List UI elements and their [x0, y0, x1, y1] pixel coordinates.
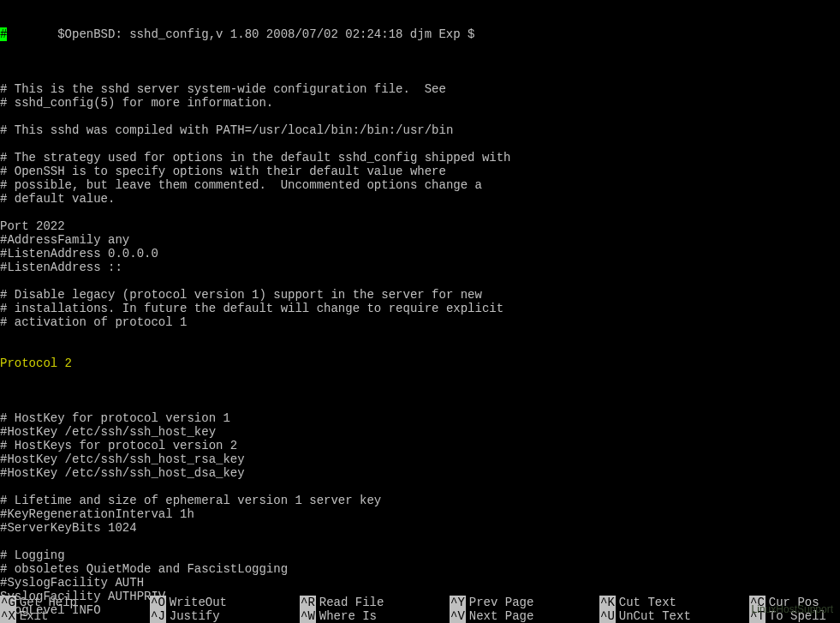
shortcut-key: ^G [0, 596, 16, 609]
config-line [0, 137, 840, 151]
config-line [0, 206, 840, 219]
config-line: #HostKey /etc/ssh/ssh_host_key [0, 425, 840, 439]
shortcut-key: ^C [749, 596, 766, 609]
shortcut-get-help[interactable]: ^G Get Help [0, 596, 150, 609]
shortcut-key: ^K [599, 596, 616, 609]
shortcut-label: Cut Text [619, 596, 676, 609]
shortcut-prev-page[interactable]: ^Y Prev Page [450, 596, 599, 609]
config-line: Port 2022 [0, 219, 840, 233]
shortcut-next-page[interactable]: ^V Next Page [450, 609, 599, 623]
config-line: #SyslogFacility AUTH [0, 576, 840, 590]
config-line: # The strategy used for options in the d… [0, 151, 840, 165]
config-line: #ListenAddress 0.0.0.0 [0, 247, 840, 261]
header-text: $OpenBSD: sshd_config,v 1.80 2008/07/02 … [7, 27, 474, 41]
shortcut-label: UnCut Text [619, 609, 691, 623]
config-line: # default value. [0, 192, 840, 206]
shortcut-read-file[interactable]: ^R Read File [300, 596, 450, 609]
config-line: # sshd_config(5) for more information. [0, 96, 840, 110]
config-line [0, 69, 840, 82]
shortcut-key: ^R [300, 596, 316, 609]
config-line [0, 110, 840, 123]
config-line: # installations. In future the default w… [0, 302, 840, 315]
shortcut-writeout[interactable]: ^O WriteOut [150, 596, 300, 609]
shortcut-label: To Spell [769, 609, 826, 623]
config-line [0, 535, 840, 548]
file-header-line: # $OpenBSD: sshd_config,v 1.80 2008/07/0… [0, 27, 840, 41]
config-line: #HostKey /etc/ssh/ssh_host_dsa_key [0, 466, 840, 480]
config-line: # Lifetime and size of ephemeral version… [0, 494, 840, 507]
shortcut-uncut-text[interactable]: ^U UnCut Text [599, 609, 749, 623]
config-line: # HostKey for protocol version 1 [0, 411, 840, 425]
shortcut-key: ^Y [450, 596, 466, 609]
shortcut-label: Justify [170, 609, 220, 623]
config-line: #AddressFamily any [0, 233, 840, 247]
config-line: #HostKey /etc/ssh/ssh_host_rsa_key [0, 452, 840, 466]
shortcut-justify[interactable]: ^J Justify [150, 609, 300, 623]
shortcut-key: ^V [450, 609, 466, 623]
config-line: # OpenSSH is to specify options with the… [0, 165, 840, 178]
config-line: # This sshd was compiled with PATH=/usr/… [0, 123, 840, 137]
shortcut-where-is[interactable]: ^W Where Is [300, 609, 450, 623]
shortcut-label: Read File [319, 596, 384, 609]
config-line: #ServerKeyBits 1024 [0, 521, 840, 535]
shortcut-label: WriteOut [170, 596, 227, 609]
shortcut-row-2: ^X Exit^J Justify^W Where Is^V Next Page… [0, 609, 840, 623]
shortcut-label: Next Page [469, 609, 534, 623]
shortcut-cut-text[interactable]: ^K Cut Text [599, 596, 749, 609]
config-line: #ListenAddress :: [0, 261, 840, 274]
config-line: # Logging [0, 548, 840, 562]
shortcut-to-spell[interactable]: ^T To Spell [749, 609, 826, 623]
shortcut-key: ^U [599, 609, 616, 623]
config-line: # activation of protocol 1 [0, 315, 840, 329]
config-line: # HostKeys for protocol version 2 [0, 439, 840, 452]
shortcut-key: ^O [150, 596, 166, 609]
shortcut-key: ^J [150, 609, 166, 623]
config-line: # Disable legacy (protocol version 1) su… [0, 288, 840, 302]
shortcut-bar: ^G Get Help^O WriteOut^R Read File^Y Pre… [0, 596, 840, 623]
config-line: # possible, but leave them commented. Un… [0, 178, 840, 192]
config-line [0, 398, 840, 411]
shortcut-label: Prev Page [469, 596, 534, 609]
shortcut-label: Cur Pos [769, 596, 819, 609]
shortcut-key: ^X [0, 609, 16, 623]
config-line: # obsoletes QuietMode and FascistLogging [0, 562, 840, 576]
shortcut-cur-pos[interactable]: ^C Cur Pos [749, 596, 819, 609]
shortcut-label: Exit [20, 609, 49, 623]
config-line: #KeyRegenerationInterval 1h [0, 507, 840, 521]
config-line [0, 274, 840, 288]
shortcut-exit[interactable]: ^X Exit [0, 609, 150, 623]
shortcut-key: ^T [749, 609, 766, 623]
shortcut-key: ^W [300, 609, 316, 623]
config-line: # This is the sshd server system-wide co… [0, 82, 840, 96]
shortcut-row-1: ^G Get Help^O WriteOut^R Read File^Y Pre… [0, 596, 840, 609]
shortcut-label: Where Is [319, 609, 377, 623]
highlighted-config-line: Protocol 2 [0, 356, 840, 370]
shortcut-label: Get Help [20, 596, 77, 609]
editor-area[interactable]: # $OpenBSD: sshd_config,v 1.80 2008/07/0… [0, 0, 840, 623]
config-line [0, 480, 840, 494]
